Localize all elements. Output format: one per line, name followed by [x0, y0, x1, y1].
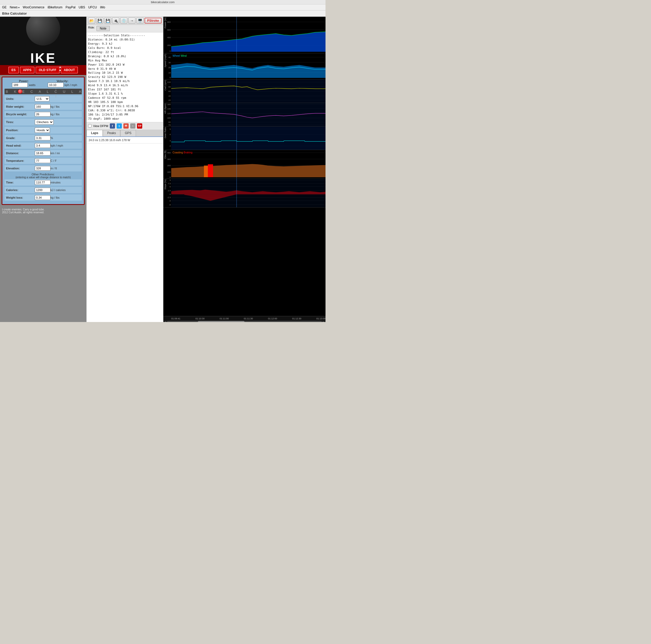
svg-rect-46	[171, 103, 326, 126]
dfpm-label: View DFPM	[93, 124, 108, 128]
elevation-row: Elevation: m / ft	[4, 165, 82, 171]
temperature-row: Temperature: C / F	[4, 158, 82, 164]
facebook-icon[interactable]: f	[110, 123, 115, 129]
twitter-icon[interactable]: t	[117, 123, 122, 129]
bike-weight-input[interactable]	[35, 112, 51, 117]
svg-text:600: 600	[167, 29, 171, 31]
nav-news[interactable]: News	[10, 5, 20, 9]
toolbar-screen[interactable]: 🖥️	[136, 18, 144, 24]
button-old-stuff[interactable]: OLD STUFF	[36, 67, 59, 73]
time-tick-5: 01:12:30	[292, 317, 301, 320]
scroll-thumb[interactable]	[198, 321, 244, 322]
nav-ge[interactable]: GE	[2, 5, 6, 9]
stats-elev: Elev 157 167 181 ft	[88, 88, 162, 92]
ride-note-row: Ride: Note	[87, 25, 163, 32]
weight-loss-input[interactable]	[35, 195, 51, 200]
scroll-right-arrow[interactable]: ►	[322, 321, 325, 322]
svg-text:120: 120	[167, 112, 171, 115]
toolbar-disc[interactable]: 💿	[120, 18, 127, 24]
tab-peaks[interactable]: Peaks	[103, 130, 120, 136]
grade-unit: %	[51, 136, 53, 139]
distance-input[interactable]	[35, 151, 51, 156]
svg-marker-20	[171, 63, 326, 78]
tp-icon[interactable]: TP	[137, 123, 142, 129]
tires-label: Tires:	[6, 121, 35, 124]
stats-weather: 73 degF; 1009 mbar	[88, 117, 162, 121]
stats-slope: Slope 1.6 3.31 6.1 %	[88, 92, 162, 96]
headwind-input[interactable]	[35, 143, 51, 148]
elevation-input[interactable]	[35, 166, 51, 171]
svg-text:0: 0	[170, 193, 171, 195]
velocity-label: Velocity:	[43, 79, 82, 83]
bike-logo-ike: IKE	[30, 51, 56, 65]
svg-text:400: 400	[167, 36, 171, 39]
weight-loss-row: Weight loss: kg / lbs	[4, 194, 82, 201]
ride-summary: 24.0 mi 1:25:38 16.8 mi/h 178 W	[87, 137, 163, 143]
tab-gps[interactable]: GPS	[120, 130, 136, 136]
toolbar-open[interactable]: 📂	[88, 18, 95, 24]
nav-woocommerce[interactable]: WooCommerce	[23, 5, 44, 9]
left-panel: IKE ULATOR ES APPS OLD STUFF ABOUT Power…	[0, 17, 86, 322]
stats-braking: Braking: 0.0 kJ (0.0%)	[88, 54, 162, 59]
slider-bar[interactable]: | B K E C A L C U L A T O R |	[4, 89, 82, 94]
time-row: Time: minutes	[4, 179, 82, 186]
nav-ufcu[interactable]: UFCU	[88, 5, 97, 9]
button-es[interactable]: ES	[8, 67, 19, 73]
temperature-input[interactable]	[35, 158, 51, 163]
button-apps[interactable]: APPS	[20, 67, 35, 73]
time-label: Time:	[6, 181, 35, 184]
tires-select[interactable]: Clinchers Tubulars	[35, 120, 54, 125]
nav-ibikeforum[interactable]: iBikeforum	[48, 5, 62, 9]
svg-text:40: 40	[168, 56, 171, 59]
svg-text:2.5: 2.5	[168, 190, 171, 192]
scroll-track[interactable]	[167, 321, 322, 322]
position-select[interactable]: Hoods Drops Tops	[35, 128, 50, 133]
time-tick-3: 01:11:30	[244, 317, 253, 320]
svg-text:9: 9	[170, 179, 171, 182]
time-tick-4: 01:12:00	[268, 317, 277, 320]
headwind-label: Head wind:	[6, 144, 35, 147]
tires-row: Tires: Clinchers Tubulars	[4, 119, 82, 125]
hr-chart-label: HR (bpm)	[164, 103, 166, 114]
note-button[interactable]: Note	[96, 26, 110, 31]
bike-logo-area: IKE ULATOR	[0, 17, 86, 65]
rider-weight-input[interactable]	[35, 104, 51, 109]
weight-loss-unit: kg / lbs	[51, 196, 60, 199]
svg-marker-9	[171, 32, 326, 52]
grade-input[interactable]	[35, 136, 51, 140]
toolbar-pstroke[interactable]: PStroke	[145, 18, 162, 24]
svg-rect-32	[171, 79, 326, 103]
scroll-left-arrow[interactable]: ◄	[164, 321, 166, 322]
svg-text:-2.5: -2.5	[167, 196, 171, 199]
toolbar-arrow[interactable]: →	[128, 18, 135, 24]
calories-input[interactable]	[35, 188, 51, 192]
weight-loss-label: Weight loss:	[6, 196, 35, 199]
email-icon[interactable]: ✉	[123, 123, 129, 129]
svg-text:100: 100	[167, 171, 171, 173]
toolbar-save2[interactable]: 💾	[104, 18, 112, 24]
time-tick-6: 01:13:00	[316, 317, 326, 320]
slope-chart-label: Slope (%)	[164, 179, 166, 190]
nav-paypal[interactable]: PayPal	[66, 5, 75, 9]
tab-laps[interactable]: Laps	[87, 130, 103, 136]
stats-power: Power 131 182.8 243 W	[88, 63, 162, 67]
time-input[interactable]	[35, 180, 51, 185]
toolbar-usb[interactable]: 🔌	[112, 18, 119, 24]
laps-content[interactable]	[87, 143, 163, 322]
nav-ubs[interactable]: UBS	[79, 5, 85, 9]
position-row: Position: Hoods Drops Tops	[4, 127, 82, 134]
toolbar-save1[interactable]: 💾	[96, 18, 103, 24]
share-icon[interactable]: ~	[130, 123, 135, 129]
svg-text:5: 5	[170, 186, 171, 188]
svg-rect-70	[208, 164, 213, 178]
dfpm-checkbox[interactable]	[88, 124, 92, 128]
nav-imo[interactable]: iMo	[100, 5, 105, 9]
power-chart: Power (W) 800 600 400 200 0	[163, 17, 326, 53]
button-about[interactable]: ABOUT	[61, 67, 78, 73]
wind-label: Wind	[181, 54, 187, 57]
scroll-bar[interactable]: ◄ ►	[163, 320, 326, 322]
bike-weight-label: Bicycle weight:	[6, 112, 35, 116]
elev-chart: Elev (ft) Coasting Braking 400 300 200 1…	[163, 150, 326, 179]
temperature-label: Temperature:	[6, 159, 35, 162]
slider-dot[interactable]	[18, 89, 23, 94]
